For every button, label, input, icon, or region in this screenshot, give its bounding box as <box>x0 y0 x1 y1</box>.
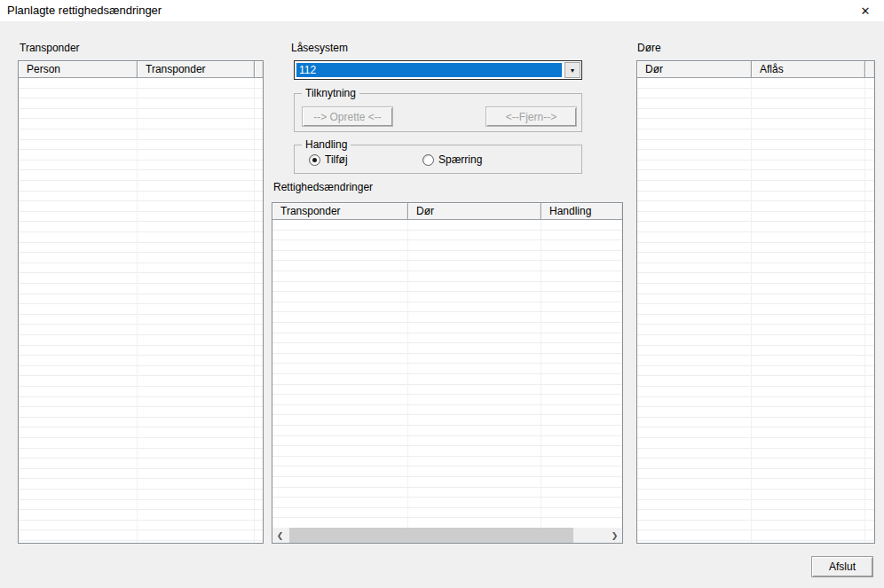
column-header-spacer <box>865 61 874 77</box>
tilknytning-groupbox: Tilknytning --> Oprette <-- <--Fjern--> <box>294 93 582 132</box>
tilknytning-group-label: Tilknytning <box>302 87 359 99</box>
doere-table[interactable]: Dør Aflås <box>636 60 875 544</box>
handling-group-label: Handling <box>302 138 351 151</box>
transponder-column <box>138 78 255 543</box>
doere-table-body[interactable] <box>637 78 874 543</box>
column-header-handling[interactable]: Handling <box>541 203 622 219</box>
aflaas-column <box>752 78 865 543</box>
close-button[interactable]: ✕ <box>850 0 880 21</box>
radio-spaerring[interactable]: Spærring <box>422 153 482 166</box>
person-column <box>19 78 138 543</box>
titlebar: Planlagte rettighedsændringer ✕ <box>0 0 884 21</box>
column-header-aflaas[interactable]: Aflås <box>752 61 865 77</box>
scrollbar-track[interactable] <box>288 528 607 543</box>
radio-tilfoej-label: Tilføj <box>325 153 348 166</box>
rettighedsaendringer-label: Rettighedsændringer <box>273 181 373 193</box>
radio-tilfoej[interactable]: Tilføj <box>309 153 348 166</box>
column-header-transponder[interactable]: Transponder <box>138 61 255 77</box>
transponder-table-body[interactable] <box>19 78 263 543</box>
spacer-column <box>255 78 263 543</box>
transponder-table[interactable]: Person Transponder <box>18 60 264 544</box>
rettighedsaendringer-table[interactable]: Transponder Dør Handling ❮ ❯ <box>272 202 623 544</box>
dialog-planlagte-rettighedsaendringer: Planlagte rettighedsændringer ✕ Transpon… <box>0 0 884 588</box>
scroll-right-icon[interactable]: ❯ <box>607 528 622 543</box>
transponder-column <box>272 220 408 528</box>
chevron-down-icon: ▼ <box>570 67 576 74</box>
handling-groupbox: Handling Tilføj Spærring <box>294 145 582 174</box>
doere-section-label: Døre <box>637 42 661 54</box>
combobox-dropdown-button[interactable]: ▼ <box>564 62 580 78</box>
column-header-person[interactable]: Person <box>19 61 138 77</box>
oprette-button[interactable]: --> Oprette <-- <box>302 106 393 127</box>
column-header-spacer <box>255 61 263 77</box>
window-title: Planlagte rettighedsændringer <box>7 4 162 17</box>
doer-column <box>637 78 752 543</box>
fjern-button[interactable]: <--Fjern--> <box>485 106 577 127</box>
changes-table-header: Transponder Dør Handling <box>272 203 622 220</box>
radio-button-icon <box>422 154 434 166</box>
laasesystem-combobox[interactable]: 112 ▼ <box>294 60 582 80</box>
horizontal-scrollbar[interactable]: ❮ ❯ <box>272 528 622 543</box>
spacer-column <box>865 78 874 543</box>
doer-column <box>408 220 541 528</box>
column-header-transponder[interactable]: Transponder <box>272 203 408 219</box>
changes-table-body[interactable] <box>272 220 622 528</box>
transponder-section-label: Transponder <box>20 42 80 54</box>
scrollbar-thumb[interactable] <box>289 528 573 543</box>
afslut-button[interactable]: Afslut <box>811 556 873 577</box>
combobox-selected-value: 112 <box>296 63 562 77</box>
scroll-left-icon[interactable]: ❮ <box>272 528 288 543</box>
transponder-table-header: Person Transponder <box>19 61 263 78</box>
radio-button-icon <box>309 154 320 166</box>
column-header-doer[interactable]: Dør <box>637 61 752 77</box>
doere-table-header: Dør Aflås <box>637 61 874 78</box>
handling-column <box>541 220 622 528</box>
close-icon: ✕ <box>861 5 871 17</box>
laasesystem-label: Låsesystem <box>291 42 348 54</box>
radio-spaerring-label: Spærring <box>438 153 482 166</box>
column-header-doer[interactable]: Dør <box>408 203 541 219</box>
